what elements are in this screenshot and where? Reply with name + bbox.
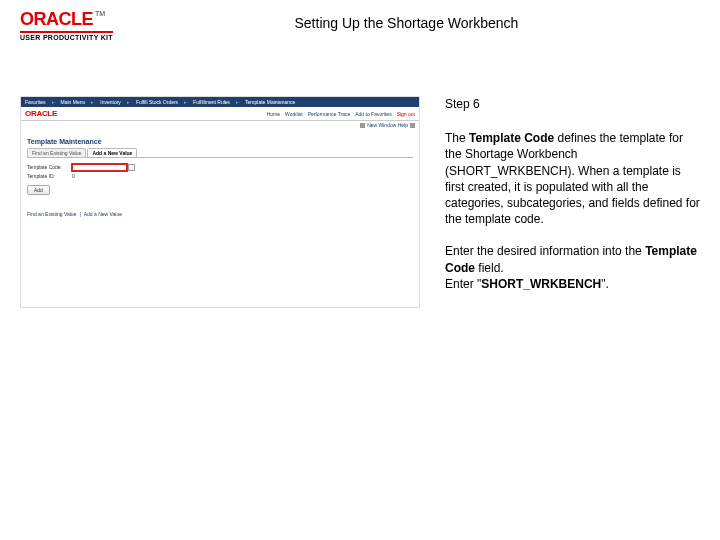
- app-brand-row: ORACLE Home Worklist Performance Trace A…: [21, 107, 419, 121]
- add-button[interactable]: Add: [27, 185, 50, 195]
- nav-perf-trace[interactable]: Performance Trace: [308, 111, 351, 117]
- footer-add-new[interactable]: Add a New Value: [84, 211, 122, 217]
- product-line-label: USER PRODUCTIVITY KIT: [20, 31, 113, 41]
- tab-find-existing[interactable]: Find an Existing Value: [27, 148, 86, 157]
- step-number: Step 6: [445, 96, 700, 112]
- text: ".: [601, 277, 609, 291]
- embedded-app-screenshot: Favorites▸ Main Menu▸ Inventory▸ Fulfill…: [20, 96, 420, 308]
- tab-strip: Find an Existing Value Add a New Value: [27, 148, 413, 157]
- new-window-icon[interactable]: [360, 123, 365, 128]
- text-bold: SHORT_WRKBENCH: [481, 277, 601, 291]
- page-title: Setting Up the Shortage Workbench: [113, 10, 700, 31]
- template-code-label: Template Code:: [27, 164, 72, 170]
- text: Enter ": [445, 277, 481, 291]
- help-icon[interactable]: [410, 123, 415, 128]
- breadcrumb-item[interactable]: Main Menu: [61, 99, 86, 105]
- trademark: TM: [95, 10, 105, 17]
- template-code-input[interactable]: [72, 164, 127, 171]
- breadcrumb-item[interactable]: Fulfill Stock Orders: [136, 99, 178, 105]
- template-id-label: Template ID:: [27, 173, 72, 179]
- breadcrumb: Favorites▸ Main Menu▸ Inventory▸ Fulfill…: [21, 97, 419, 107]
- lookup-icon[interactable]: [128, 164, 135, 171]
- section-title: Template Maintenance: [21, 132, 419, 148]
- text: Enter the desired information into the: [445, 244, 645, 258]
- breadcrumb-item[interactable]: Fulfillment Rules: [193, 99, 230, 105]
- text: defines the template for the Shortage Wo…: [445, 131, 700, 226]
- footer-sep: |: [79, 211, 80, 217]
- oracle-wordmark: ORACLE: [20, 9, 93, 29]
- app-oracle-logo: ORACLE: [25, 109, 57, 118]
- nav-home[interactable]: Home: [267, 111, 280, 117]
- page-header: ORACLETM USER PRODUCTIVITY KIT Setting U…: [0, 0, 720, 41]
- oracle-upk-logo: ORACLETM USER PRODUCTIVITY KIT: [20, 10, 113, 41]
- breadcrumb-item[interactable]: Favorites: [25, 99, 46, 105]
- add-new-value-form: Template Code: Template ID: 0 Add: [21, 158, 419, 201]
- tab-add-new[interactable]: Add a New Value: [87, 148, 137, 157]
- text: field.: [475, 261, 504, 275]
- nav-add-fav[interactable]: Add to Favorites: [355, 111, 391, 117]
- instruction-panel: Step 6 The Template Code defines the tem…: [420, 96, 700, 308]
- nav-signout[interactable]: Sign out: [397, 111, 415, 117]
- subrow-text[interactable]: New Window Help: [367, 122, 408, 128]
- app-global-nav: Home Worklist Performance Trace Add to F…: [267, 111, 415, 117]
- app-sub-row: New Window Help: [21, 121, 419, 132]
- instruction-paragraph-1: The Template Code defines the template f…: [445, 130, 700, 227]
- text-bold: Template Code: [469, 131, 554, 145]
- breadcrumb-item[interactable]: Template Maintenance: [245, 99, 295, 105]
- page-footer-links: Find an Existing Value | Add a New Value: [21, 201, 419, 221]
- breadcrumb-item[interactable]: Inventory: [100, 99, 121, 105]
- nav-worklist[interactable]: Worklist: [285, 111, 303, 117]
- footer-find-existing[interactable]: Find an Existing Value: [27, 211, 76, 217]
- template-id-value: 0: [72, 173, 75, 179]
- text: The: [445, 131, 469, 145]
- instruction-paragraph-2: Enter the desired information into the T…: [445, 243, 700, 292]
